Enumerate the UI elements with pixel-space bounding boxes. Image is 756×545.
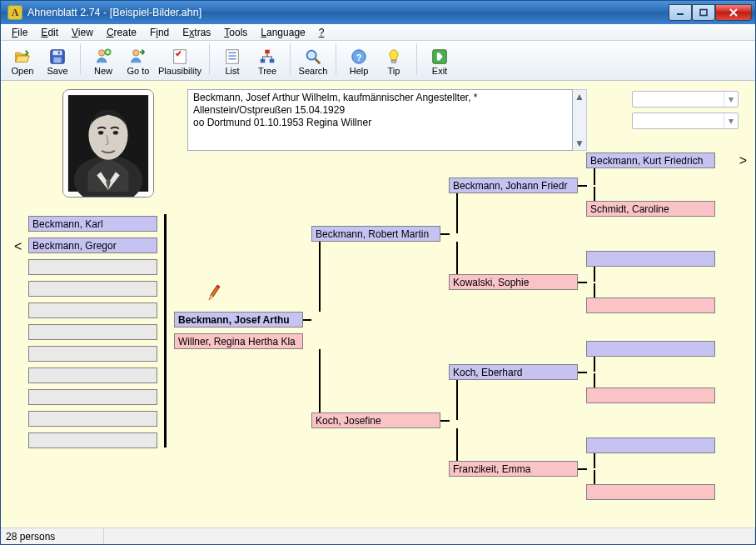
menu-extras[interactable]: Extras xyxy=(177,26,216,39)
chevron-down-icon: ▾ xyxy=(724,113,738,128)
svg-rect-23 xyxy=(391,60,396,62)
combo-top-1[interactable]: ▾ xyxy=(632,91,739,108)
close-button[interactable] xyxy=(715,4,752,21)
tree-person[interactable]: Beckmann, Kurt Friedrich xyxy=(586,152,715,168)
scroll-up-icon[interactable]: ▲ xyxy=(574,91,585,102)
sidebar-bracket xyxy=(164,214,167,448)
tree-person-empty[interactable] xyxy=(586,484,715,500)
tree-person[interactable]: Franzikeit, Emma xyxy=(449,461,578,477)
menu-help[interactable]: ? xyxy=(313,26,331,39)
sidebar-item-empty[interactable] xyxy=(28,346,157,362)
combo-top-2[interactable]: ▾ xyxy=(632,112,739,129)
scroll-down-icon[interactable]: ▼ xyxy=(574,138,585,149)
help-icon: ? xyxy=(350,48,368,66)
nav-left-arrow[interactable]: < xyxy=(14,239,22,254)
detail-scrollbar[interactable]: ▲ ▼ xyxy=(573,89,587,151)
svg-rect-17 xyxy=(261,58,266,62)
window-title: Ahnenblatt 2.74 - [Beispiel-Bilder.ahn] xyxy=(27,7,669,18)
menu-create[interactable]: Create xyxy=(101,26,142,39)
sidebar-item-empty[interactable] xyxy=(28,259,157,275)
tree-person-empty[interactable] xyxy=(586,298,715,313)
svg-rect-5 xyxy=(53,50,62,54)
toolbar-new-person[interactable]: New xyxy=(86,43,121,78)
svg-rect-7 xyxy=(58,51,60,54)
list-icon xyxy=(223,48,241,66)
toolbar-search[interactable]: Search xyxy=(296,43,331,78)
tree-person-empty[interactable] xyxy=(586,251,715,267)
checklist-icon xyxy=(171,48,189,66)
tree-person[interactable]: Kowalski, Sophie xyxy=(449,274,578,290)
svg-point-29 xyxy=(98,131,103,135)
tree-person-empty[interactable] xyxy=(586,341,715,357)
svg-rect-1 xyxy=(700,10,707,16)
sidebar-item-empty[interactable] xyxy=(28,281,157,297)
sidebar-item-empty[interactable] xyxy=(28,411,157,427)
nav-right-arrow[interactable]: > xyxy=(739,153,747,168)
sidebar-item-empty[interactable] xyxy=(28,432,157,448)
toolbar-exit[interactable]: Exit xyxy=(422,43,457,78)
menu-file[interactable]: File xyxy=(6,26,33,39)
toolbar-open[interactable]: Open xyxy=(5,43,40,78)
menu-find[interactable]: Find xyxy=(144,26,175,39)
person-photo[interactable] xyxy=(62,89,154,198)
sidebar-item-empty[interactable] xyxy=(28,324,157,340)
minimize-button[interactable] xyxy=(669,4,692,21)
statusbar: 28 persons xyxy=(1,528,755,544)
svg-point-10 xyxy=(133,49,139,55)
sidebar-item-empty[interactable] xyxy=(28,368,157,383)
toolbar-save[interactable]: Save xyxy=(40,43,75,78)
toolbar-list[interactable]: List xyxy=(215,43,250,78)
titlebar: A Ahnenblatt 2.74 - [Beispiel-Bilder.ahn… xyxy=(1,1,755,24)
tree-person[interactable]: Schmidt, Caroline xyxy=(586,201,715,217)
svg-rect-18 xyxy=(270,58,275,62)
tree-person-empty[interactable] xyxy=(586,388,715,403)
sidebar-item-empty[interactable] xyxy=(28,389,157,405)
svg-point-19 xyxy=(307,50,316,59)
sidebar-item[interactable]: Beckmann, Karl xyxy=(28,216,157,232)
chevron-down-icon: ▾ xyxy=(724,92,738,107)
folder-open-icon xyxy=(13,48,32,66)
tree-person[interactable]: Beckmann, Robert Martin xyxy=(311,226,440,242)
exit-icon xyxy=(430,48,449,66)
menu-view[interactable]: View xyxy=(66,26,99,39)
focus-spouse[interactable]: Willner, Regina Hertha Kla xyxy=(174,333,303,349)
sidebar-item[interactable]: Beckmann, Gregor xyxy=(28,238,157,253)
person-plus-icon xyxy=(94,48,112,66)
svg-rect-16 xyxy=(265,49,270,53)
tree-diagram-icon xyxy=(258,48,276,66)
sidebar-item-empty[interactable] xyxy=(28,302,157,318)
app-icon: A xyxy=(7,5,22,20)
workspace: Beckmann, Josef Arthur Wilhelm, kaufmänn… xyxy=(1,81,755,528)
svg-line-20 xyxy=(316,58,321,63)
toolbar-plausibility[interactable]: Plausibility xyxy=(156,43,204,78)
toolbar-tip[interactable]: Tip xyxy=(376,43,411,78)
svg-rect-12 xyxy=(226,49,239,63)
person-detail-text: Beckmann, Josef Arthur Wilhelm, kaufmänn… xyxy=(187,89,573,151)
menu-tools[interactable]: Tools xyxy=(218,26,253,39)
svg-point-30 xyxy=(113,131,118,135)
menu-language[interactable]: Language xyxy=(255,26,311,39)
svg-text:?: ? xyxy=(356,52,362,62)
menu-edit[interactable]: Edit xyxy=(35,26,64,39)
toolbar: Open Save New Go to Plausibility xyxy=(1,41,755,81)
lightbulb-icon xyxy=(385,48,403,66)
tree-person[interactable]: Koch, Eberhard xyxy=(449,364,578,380)
maximize-button[interactable] xyxy=(692,4,715,21)
toolbar-goto[interactable]: Go to xyxy=(121,43,156,78)
magnifier-icon xyxy=(304,48,322,66)
person-arrow-icon xyxy=(129,48,147,66)
toolbar-help[interactable]: ? Help xyxy=(341,43,376,78)
status-persons: 28 persons xyxy=(1,528,104,544)
tree-person[interactable]: Beckmann, Johann Friedr xyxy=(449,178,578,193)
tree-person[interactable]: Koch, Josefine xyxy=(311,412,440,428)
status-empty xyxy=(104,528,755,544)
focus-person[interactable]: Beckmann, Josef Arthu xyxy=(174,312,303,328)
svg-point-8 xyxy=(99,49,105,55)
edit-pencil-icon[interactable] xyxy=(207,283,221,302)
svg-rect-6 xyxy=(53,57,61,62)
menubar: File Edit View Create Find Extras Tools … xyxy=(1,24,755,41)
floppy-save-icon xyxy=(48,48,67,66)
toolbar-tree[interactable]: Tree xyxy=(250,43,285,78)
person-detail-panel: Beckmann, Josef Arthur Wilhelm, kaufmänn… xyxy=(187,89,587,151)
tree-person-empty[interactable] xyxy=(586,438,715,453)
